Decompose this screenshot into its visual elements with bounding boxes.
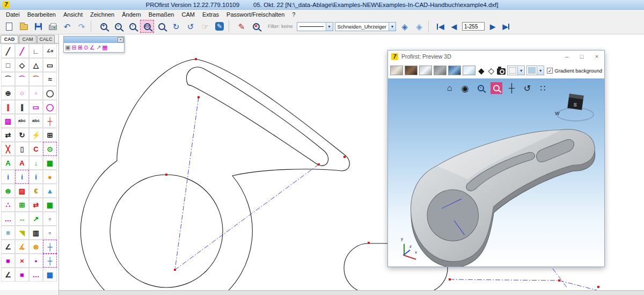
zoom-button[interactable] xyxy=(491,82,502,94)
tool-ellipse[interactable]: ◯ xyxy=(43,86,57,100)
tool-layers[interactable]: ≡ xyxy=(1,226,15,240)
tool-array[interactable]: ⊞ xyxy=(43,128,57,142)
menu-hilfe[interactable]: ? xyxy=(288,11,299,18)
tool-roundrect[interactable]: ▭ xyxy=(43,58,57,72)
titlebar[interactable]: 7 PROfirst Version 12.22.779.1010905. Ok… xyxy=(0,0,644,10)
tool-rotate[interactable]: ↻ xyxy=(15,128,29,142)
tool-surface[interactable]: ▦ xyxy=(43,156,57,170)
tool-protractor[interactable]: ∠ xyxy=(1,240,15,254)
zoom-out-button[interactable]: − xyxy=(111,20,125,33)
dim-horizontal-icon[interactable]: ⊟ xyxy=(71,45,76,51)
new-file-button[interactable] xyxy=(2,20,16,33)
snapshot-button[interactable] xyxy=(497,68,506,75)
tool-arc-3p[interactable]: ⌒ xyxy=(15,72,29,86)
menu-ansicht[interactable]: Ansicht xyxy=(60,11,86,18)
tool-box-pair[interactable]: ▫ xyxy=(43,226,57,240)
texture-blue-metal[interactable] xyxy=(448,66,461,75)
pan-button[interactable]: ┼ xyxy=(506,82,518,94)
tool-line[interactable]: ╱ xyxy=(1,44,15,58)
save-button[interactable] xyxy=(31,20,45,33)
tab-cad[interactable]: CAD xyxy=(1,35,18,43)
zoom-in-button[interactable]: + xyxy=(97,20,111,33)
tool-line-angle[interactable]: ∠α xyxy=(43,44,57,58)
tool-measure[interactable]: ↔ xyxy=(15,212,29,226)
tool-info[interactable]: i xyxy=(1,170,15,184)
tool-columns[interactable]: ▥ xyxy=(29,226,43,240)
tool-insert-point[interactable]: • xyxy=(29,254,43,268)
texture-light-blue[interactable] xyxy=(463,66,475,75)
view-direction-button[interactable]: ◉ xyxy=(459,82,471,94)
hole-circle[interactable] xyxy=(110,175,223,287)
tool-rhombus[interactable]: ◇ xyxy=(15,58,29,72)
tool-text-a-red[interactable]: A xyxy=(15,156,29,170)
first-page-button[interactable]: ◀ xyxy=(434,20,447,33)
tool-pattern[interactable]: ⊛ xyxy=(1,184,15,198)
dim-leader-icon[interactable]: ↗ xyxy=(96,45,101,51)
menu-zeichnen[interactable]: Zeichnen xyxy=(86,11,118,18)
minimize-button[interactable]: – xyxy=(559,52,574,61)
close-button[interactable]: × xyxy=(589,52,604,61)
menu-cam[interactable]: CAM xyxy=(178,11,198,18)
tool-circle-small[interactable]: ◦ xyxy=(29,86,43,100)
menu-aendern[interactable]: Ändern xyxy=(118,11,144,18)
horizontal-scrollbar[interactable] xyxy=(59,290,644,295)
fit-view-button[interactable]: ∷ xyxy=(537,82,549,94)
tool-swap[interactable]: ⇄ xyxy=(29,198,43,212)
dim-photo-icon[interactable]: ▣ xyxy=(65,45,70,51)
home-view-button[interactable]: ⌂ xyxy=(444,82,456,94)
tool-point[interactable]: ┼ xyxy=(43,114,57,128)
tool-material[interactable]: ▨ xyxy=(15,184,29,198)
print-button[interactable] xyxy=(46,20,60,33)
tool-blocks[interactable]: ▦ xyxy=(43,198,57,212)
tool-line-2p[interactable]: ╱ xyxy=(15,44,29,58)
tool-polygon[interactable]: △ xyxy=(29,58,43,72)
curved-slot-outline[interactable] xyxy=(186,67,328,166)
tool-divide[interactable]: ∥ xyxy=(1,100,15,114)
snap-toolbar-titlebar[interactable]: × xyxy=(64,37,124,43)
refresh-button[interactable]: ↻ xyxy=(169,20,183,33)
pan-hand-button[interactable]: ☞ xyxy=(198,20,212,33)
tool-circle-2p[interactable]: ○ xyxy=(15,86,29,100)
cut-mode-select[interactable]: Schneiden_Uhrzeiger▾ xyxy=(335,22,396,31)
layers-button[interactable]: ◈ xyxy=(398,20,412,33)
navcube-cube[interactable]: S xyxy=(567,93,583,110)
line-style-select[interactable]: ▾ xyxy=(297,22,333,31)
tool-circle[interactable]: ⊕ xyxy=(1,86,15,100)
tool-view3d[interactable]: ▲ xyxy=(43,184,57,198)
tool-mirror[interactable]: ⇄ xyxy=(1,128,15,142)
page-range-input[interactable] xyxy=(462,22,485,31)
rotate-view-button[interactable]: ↺ xyxy=(522,82,533,94)
tool-axis-cross[interactable]: ┼ xyxy=(43,254,57,268)
zoom-window-button[interactable]: ▫ xyxy=(475,82,487,94)
measure-pen-button[interactable]: ✎ xyxy=(235,20,248,33)
close-icon[interactable]: × xyxy=(118,37,123,42)
tool-curve[interactable]: ≈ xyxy=(43,72,57,86)
menu-datei[interactable]: Datei xyxy=(2,11,24,18)
tool-text[interactable]: abc xyxy=(15,114,29,128)
texture-steel[interactable] xyxy=(434,66,447,75)
maximize-button[interactable]: □ xyxy=(574,52,589,61)
tool-grid-cross[interactable]: ┼ xyxy=(43,240,57,254)
zoom-all-button[interactable] xyxy=(155,20,169,33)
tool-info-fill[interactable]: i xyxy=(29,170,43,184)
tool-arc-tangent[interactable]: ⌒ xyxy=(29,72,43,86)
shaded-view-button[interactable]: ◆ xyxy=(477,67,486,75)
sketch-mode-button[interactable]: ✎ xyxy=(213,20,226,33)
preview3d-viewport[interactable]: ⌂◉▫┼↺∷ S W y z x xyxy=(388,78,604,267)
wireframe-view-button[interactable]: ◇ xyxy=(487,67,495,75)
snap-toolbar-window[interactable]: × ▣⊟⊞⊙∠↗▦ xyxy=(63,36,125,53)
tool-fill[interactable]: ■ xyxy=(1,254,15,268)
tool-flag[interactable]: ◥ xyxy=(15,226,29,240)
tool-ellipse-axes[interactable]: ◯ xyxy=(43,100,57,114)
tool-fill-2[interactable]: ■ xyxy=(15,268,29,282)
undo-button[interactable]: ↶ xyxy=(60,20,74,33)
clear-measure-button[interactable]: × xyxy=(249,20,263,33)
open-file-button[interactable] xyxy=(17,20,31,33)
tool-angle-dim[interactable]: ∡ xyxy=(15,240,29,254)
tool-color-pick[interactable]: ● xyxy=(43,170,57,184)
drawing-canvas[interactable]: × ▣⊟⊞⊙∠↗▦ 7 Profirst: Preview 3D –□× ◆◇▾… xyxy=(59,34,644,290)
part-outline[interactable] xyxy=(80,59,349,290)
tool-snap[interactable]: ⊙ xyxy=(43,142,57,156)
menu-extras[interactable]: Extras xyxy=(199,11,223,18)
texture-rust[interactable] xyxy=(405,66,418,75)
